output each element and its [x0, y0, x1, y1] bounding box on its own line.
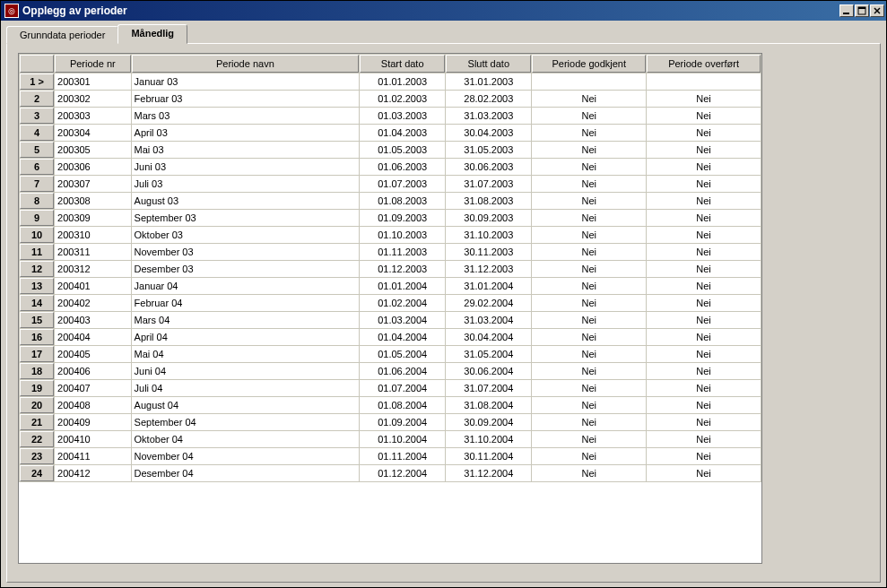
cell-overfort[interactable]: Nei [647, 244, 761, 260]
cell-periode-navn[interactable]: Mai 04 [132, 346, 360, 362]
cell-periode-navn[interactable]: Desember 04 [132, 465, 360, 481]
table-row[interactable]: 19200407Juli 0401.07.200431.07.2004NeiNe… [20, 380, 761, 396]
col-header-periode-nr[interactable]: Periode nr [55, 55, 131, 73]
cell-slutt-dato[interactable]: 30.11.2003 [446, 244, 531, 260]
cell-periode-navn[interactable]: Mars 04 [132, 312, 360, 328]
cell-godkjent[interactable]: Nei [532, 193, 646, 209]
cell-godkjent[interactable] [532, 74, 646, 90]
cell-overfort[interactable]: Nei [647, 414, 761, 430]
cell-start-dato[interactable]: 01.03.2003 [360, 108, 445, 124]
row-header[interactable]: 19 [20, 380, 54, 396]
cell-start-dato[interactable]: 01.04.2003 [360, 125, 445, 141]
cell-godkjent[interactable]: Nei [532, 380, 646, 396]
cell-godkjent[interactable]: Nei [532, 329, 646, 345]
cell-start-dato[interactable]: 01.10.2003 [360, 227, 445, 243]
row-header[interactable]: 11 [20, 244, 54, 260]
cell-slutt-dato[interactable]: 30.09.2003 [446, 210, 531, 226]
cell-periode-navn[interactable]: Desember 03 [132, 261, 360, 277]
cell-slutt-dato[interactable]: 31.03.2003 [446, 108, 531, 124]
periods-grid[interactable]: Periode nr Periode navn Start dato Slutt… [19, 54, 761, 482]
cell-start-dato[interactable]: 01.09.2003 [360, 210, 445, 226]
close-button[interactable] [870, 4, 884, 17]
cell-periode-navn[interactable]: Februar 03 [132, 91, 360, 107]
cell-slutt-dato[interactable]: 31.08.2003 [446, 193, 531, 209]
cell-periode-navn[interactable]: Oktober 04 [132, 431, 360, 447]
table-row[interactable]: 6200306Juni 0301.06.200330.06.2003NeiNei [20, 159, 761, 175]
cell-periode-nr[interactable]: 200310 [55, 227, 131, 243]
cell-godkjent[interactable]: Nei [532, 448, 646, 464]
cell-overfort[interactable]: Nei [647, 193, 761, 209]
row-header[interactable]: 7 [20, 176, 54, 192]
cell-periode-navn[interactable]: Januar 03 [132, 74, 360, 90]
col-header-slutt-dato[interactable]: Slutt dato [446, 55, 531, 73]
cell-periode-nr[interactable]: 200407 [55, 380, 131, 396]
cell-periode-nr[interactable]: 200304 [55, 125, 131, 141]
col-header-periode-navn[interactable]: Periode navn [132, 55, 360, 73]
cell-slutt-dato[interactable]: 31.07.2004 [446, 380, 531, 396]
cell-godkjent[interactable]: Nei [532, 244, 646, 260]
cell-overfort[interactable]: Nei [647, 108, 761, 124]
cell-slutt-dato[interactable]: 31.03.2004 [446, 312, 531, 328]
cell-periode-nr[interactable]: 200406 [55, 363, 131, 379]
cell-periode-navn[interactable]: Januar 04 [132, 278, 360, 294]
row-header[interactable]: 3 [20, 108, 54, 124]
cell-slutt-dato[interactable]: 31.01.2003 [446, 74, 531, 90]
cell-godkjent[interactable]: Nei [532, 261, 646, 277]
cell-periode-navn[interactable]: August 03 [132, 193, 360, 209]
cell-start-dato[interactable]: 01.06.2003 [360, 159, 445, 175]
cell-godkjent[interactable]: Nei [532, 108, 646, 124]
row-header[interactable]: 16 [20, 329, 54, 345]
cell-start-dato[interactable]: 01.10.2004 [360, 431, 445, 447]
row-header[interactable]: 20 [20, 397, 54, 413]
cell-start-dato[interactable]: 01.02.2004 [360, 295, 445, 311]
cell-periode-navn[interactable]: Mars 03 [132, 108, 360, 124]
table-row[interactable]: 23200411November 0401.11.200430.11.2004N… [20, 448, 761, 464]
table-row[interactable]: 17200405Mai 0401.05.200431.05.2004NeiNei [20, 346, 761, 362]
cell-periode-nr[interactable]: 200306 [55, 159, 131, 175]
cell-periode-navn[interactable]: Juni 04 [132, 363, 360, 379]
cell-periode-navn[interactable]: November 04 [132, 448, 360, 464]
cell-periode-nr[interactable]: 200312 [55, 261, 131, 277]
table-row[interactable]: 1 >200301Januar 0301.01.200331.01.2003 [20, 74, 761, 90]
maximize-button[interactable] [855, 4, 869, 17]
row-header[interactable]: 12 [20, 261, 54, 277]
row-header[interactable]: 23 [20, 448, 54, 464]
row-header[interactable]: 2 [20, 91, 54, 107]
cell-slutt-dato[interactable]: 30.11.2004 [446, 448, 531, 464]
cell-overfort[interactable]: Nei [647, 142, 761, 158]
cell-periode-nr[interactable]: 200409 [55, 414, 131, 430]
cell-periode-navn[interactable]: Juli 03 [132, 176, 360, 192]
cell-periode-nr[interactable]: 200301 [55, 74, 131, 90]
cell-godkjent[interactable]: Nei [532, 363, 646, 379]
cell-periode-navn[interactable]: April 03 [132, 125, 360, 141]
cell-slutt-dato[interactable]: 29.02.2004 [446, 295, 531, 311]
cell-start-dato[interactable]: 01.07.2003 [360, 176, 445, 192]
cell-start-dato[interactable]: 01.05.2003 [360, 142, 445, 158]
cell-godkjent[interactable]: Nei [532, 176, 646, 192]
row-header[interactable]: 10 [20, 227, 54, 243]
cell-start-dato[interactable]: 01.08.2003 [360, 193, 445, 209]
cell-godkjent[interactable]: Nei [532, 346, 646, 362]
cell-periode-navn[interactable]: Februar 04 [132, 295, 360, 311]
cell-start-dato[interactable]: 01.08.2004 [360, 397, 445, 413]
cell-periode-nr[interactable]: 200401 [55, 278, 131, 294]
cell-periode-nr[interactable]: 200410 [55, 431, 131, 447]
table-row[interactable]: 14200402Februar 0401.02.200429.02.2004Ne… [20, 295, 761, 311]
row-header[interactable]: 5 [20, 142, 54, 158]
cell-start-dato[interactable]: 01.11.2003 [360, 244, 445, 260]
cell-slutt-dato[interactable]: 31.12.2003 [446, 261, 531, 277]
cell-overfort[interactable]: Nei [647, 210, 761, 226]
cell-periode-navn[interactable]: September 03 [132, 210, 360, 226]
cell-slutt-dato[interactable]: 30.04.2004 [446, 329, 531, 345]
tab-manedlig[interactable]: Månedlig [117, 24, 187, 44]
tab-grunndata[interactable]: Grunndata perioder [6, 26, 118, 44]
table-row[interactable]: 11200311November 0301.11.200330.11.2003N… [20, 244, 761, 260]
cell-periode-nr[interactable]: 200307 [55, 176, 131, 192]
row-header[interactable]: 4 [20, 125, 54, 141]
cell-slutt-dato[interactable]: 31.05.2004 [446, 346, 531, 362]
table-row[interactable]: 9200309September 0301.09.200330.09.2003N… [20, 210, 761, 226]
cell-start-dato[interactable]: 01.02.2003 [360, 91, 445, 107]
minimize-button[interactable] [839, 4, 854, 17]
cell-overfort[interactable]: Nei [647, 380, 761, 396]
cell-overfort[interactable]: Nei [647, 159, 761, 175]
